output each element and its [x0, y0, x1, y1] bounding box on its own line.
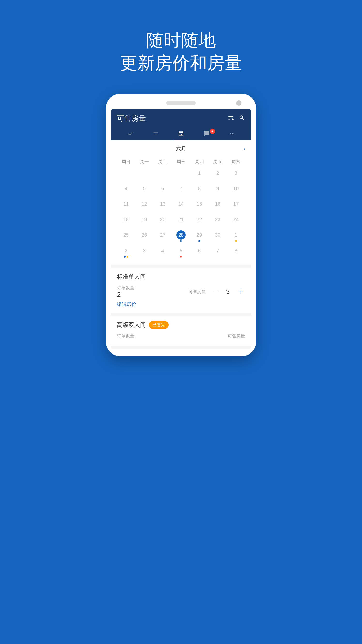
dot-blue [198, 240, 200, 242]
calendar-cell[interactable]: 2 [117, 244, 135, 260]
room1-available-label: 可售房量 [188, 289, 206, 295]
calendar-cell[interactable]: 6 [154, 182, 172, 198]
room1-available-value: 3 [224, 288, 232, 296]
room1-order-value: 2 [117, 291, 134, 298]
phone-camera [236, 100, 242, 106]
room-section-1: 标准单人间 订单数量 2 可售房量 − 3 + 编辑房价 [111, 268, 251, 313]
calendar-cell[interactable]: 11 [117, 198, 135, 213]
room-section-2: 高级双人间 已售完 订单数量 可售房量 [111, 316, 251, 346]
tab-trend[interactable] [117, 127, 142, 140]
calendar-cell[interactable]: 2 [208, 166, 227, 182]
calendar-cell[interactable]: 4 [154, 244, 172, 260]
tab-list[interactable] [142, 127, 168, 140]
calendar-cell[interactable]: 3 [135, 244, 154, 260]
room1-controls: 可售房量 − 3 + [188, 288, 245, 296]
calendar-month: 六月 [176, 145, 186, 152]
calendar-cell [172, 166, 190, 182]
calendar-cell[interactable]: 16 [208, 198, 227, 213]
calendar-header: 周三 [172, 157, 190, 166]
search-icon[interactable] [239, 115, 245, 123]
calendar-cell[interactable]: 7 [208, 244, 227, 260]
calendar-cell[interactable]: 18 [117, 213, 135, 228]
calendar-cell[interactable]: 28 [172, 228, 190, 244]
room2-available-label: 可售房量 [228, 333, 245, 339]
calendar-cell[interactable]: 10 [227, 182, 245, 198]
hero-section: 随时随地 更新房价和房量 [120, 29, 242, 74]
room1-increase-button[interactable]: + [236, 288, 245, 296]
calendar-cell[interactable]: 19 [135, 213, 154, 228]
calendar-cell[interactable]: 25 [117, 228, 135, 244]
dot-blue [180, 240, 182, 242]
room2-sold-out-badge: 已售完 [149, 321, 169, 329]
calendar-cell[interactable]: 9 [208, 182, 227, 198]
calendar-cell[interactable]: 7 [172, 182, 190, 198]
calendar-cell[interactable]: 14 [172, 198, 190, 213]
calendar-cell[interactable]: 8 [190, 182, 208, 198]
room1-edit-price-link[interactable]: 编辑房价 [117, 301, 245, 308]
room1-order-label: 订单数量 [117, 285, 134, 291]
calendar-cell[interactable]: 3 [227, 166, 245, 182]
room1-decrease-button[interactable]: − [211, 288, 220, 296]
calendar-cell[interactable]: 24 [227, 213, 245, 228]
calendar-cell[interactable]: 13 [154, 198, 172, 213]
room1-stats-row: 订单数量 2 可售房量 − 3 + [117, 285, 245, 298]
dot-red [180, 256, 182, 258]
dot-blue [124, 256, 126, 258]
calendar-cell [154, 166, 172, 182]
tab-calendar[interactable] [168, 127, 194, 140]
app-header: 可售房量 [111, 109, 251, 140]
phone-notch [111, 101, 251, 105]
calendar-cell[interactable]: 27 [154, 228, 172, 244]
calendar-cell[interactable]: 6 [190, 244, 208, 260]
header-icons [228, 115, 245, 123]
app-title: 可售房量 [117, 114, 146, 124]
calendar-header: 周一 [135, 157, 154, 166]
calendar-header: 周五 [208, 157, 227, 166]
calendar-cell[interactable]: 26 [135, 228, 154, 244]
calendar-cell[interactable]: 30 [208, 228, 227, 244]
calendar-cell[interactable]: 22 [190, 213, 208, 228]
filter-icon[interactable] [228, 115, 234, 123]
svg-point-0 [232, 118, 234, 120]
tab-more[interactable] [220, 127, 245, 140]
calendar-cell[interactable]: 20 [154, 213, 172, 228]
calendar-cell [117, 166, 135, 182]
room2-order-group: 订单数量 [117, 333, 134, 339]
calendar-cell[interactable]: 1 [227, 228, 245, 244]
calendar-cell[interactable]: 12 [135, 198, 154, 213]
room1-order-group: 订单数量 2 [117, 285, 134, 298]
room2-stats-row: 订单数量 可售房量 [117, 333, 245, 339]
phone-frame: 可售房量 [106, 94, 256, 356]
phone-speaker [166, 101, 196, 105]
app-title-row: 可售房量 [117, 114, 245, 124]
room1-title: 标准单人间 [117, 273, 245, 281]
dot-yellow [235, 240, 237, 242]
dot-yellow [126, 256, 128, 258]
app-tabs: + [117, 127, 245, 140]
calendar-cell[interactable]: 5 [172, 244, 190, 260]
calendar-cell[interactable]: 1 [190, 166, 208, 182]
room2-title: 高级双人间 [117, 321, 146, 329]
calendar-cell[interactable]: 23 [208, 213, 227, 228]
room2-available-group: 可售房量 [228, 333, 245, 339]
calendar-cell[interactable]: 5 [135, 182, 154, 198]
tab-message[interactable]: + [194, 127, 220, 140]
calendar-section: 六月 › 周日周一周二周三周四周五周六123456789101112131415… [111, 140, 251, 265]
calendar-cell[interactable]: 4 [117, 182, 135, 198]
calendar-header: 周二 [154, 157, 172, 166]
hero-line1: 随时随地 [146, 30, 216, 50]
calendar-header: 周四 [190, 157, 208, 166]
calendar-cell [135, 166, 154, 182]
calendar-header: 周日 [117, 157, 135, 166]
calendar-grid: 周日周一周二周三周四周五周六12345678910111213141516171… [117, 157, 245, 260]
calendar-cell[interactable]: 29 [190, 228, 208, 244]
calendar-cell[interactable]: 15 [190, 198, 208, 213]
room2-order-label: 订单数量 [117, 333, 134, 339]
calendar-header: 周六 [227, 157, 245, 166]
calendar-cell[interactable]: 8 [227, 244, 245, 260]
message-badge: + [210, 129, 215, 134]
calendar-cell[interactable]: 21 [172, 213, 190, 228]
calendar-cell[interactable]: 17 [227, 198, 245, 213]
calendar-next-arrow[interactable]: › [244, 146, 245, 152]
calendar-nav: 六月 › [117, 145, 245, 152]
